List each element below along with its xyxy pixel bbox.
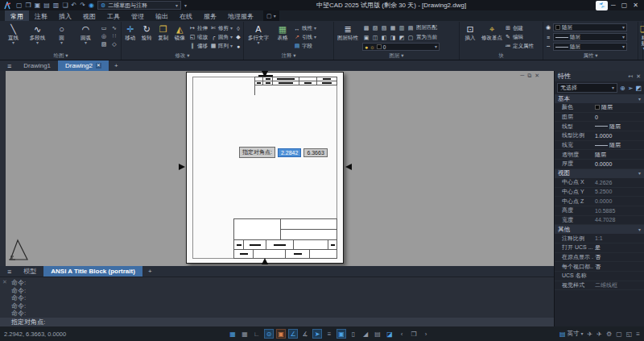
tab-manage[interactable]: 管理: [126, 10, 150, 21]
grid-toggle[interactable]: ▦: [240, 329, 250, 339]
pager-panel-icon[interactable]: ❒: [409, 329, 419, 339]
transparency-toggle[interactable]: ▣: [336, 329, 346, 339]
layer-match-button[interactable]: 图层匹配: [416, 23, 437, 31]
close-tab-icon[interactable]: ✕: [96, 63, 101, 69]
layer-tool-icon[interactable]: ▦: [389, 24, 397, 31]
tab-home[interactable]: 常用: [5, 10, 29, 21]
save-icon[interactable]: ▣: [35, 2, 41, 10]
tab-annotate[interactable]: 注释: [29, 10, 53, 21]
prop-row-layer[interactable]: 图层0: [555, 113, 644, 123]
fullscreen-icon[interactable]: ◱: [626, 331, 633, 338]
select-objects-icon[interactable]: ➢: [628, 85, 634, 92]
undo-icon[interactable]: ↶: [72, 2, 77, 10]
edit-basepoint-button[interactable]: ⌖修改基点: [481, 23, 502, 40]
snap-toggle[interactable]: ▦: [228, 329, 237, 339]
autohide-pin-icon[interactable]: ↤: [628, 73, 633, 80]
trim-button[interactable]: ✄修剪▾: [210, 24, 233, 32]
pager-right-icon[interactable]: ›: [421, 329, 431, 339]
paste-button[interactable]: ❏粘贴▾: [640, 23, 644, 51]
move-button[interactable]: ✛移动: [123, 23, 138, 40]
prop-row-linetype[interactable]: 线型随层: [555, 122, 644, 131]
prop-row-center-y[interactable]: 中心点 Y5.2500: [555, 188, 644, 198]
prop-row-height[interactable]: 高度10.5885: [555, 206, 644, 216]
layer-tool-icon[interactable]: ◨: [389, 34, 397, 41]
spline-icon[interactable]: ∿: [109, 24, 119, 31]
osnap-extended-toggle[interactable]: ∠: [288, 329, 298, 339]
make-current-button[interactable]: 置为当前: [416, 33, 437, 41]
doc-minimize-button[interactable]: ─: [520, 73, 527, 78]
ortho-toggle[interactable]: ∟: [252, 329, 262, 339]
doc-close-button[interactable]: ✕: [535, 73, 543, 78]
rectangle-icon[interactable]: ▭: [99, 24, 109, 31]
tab-view[interactable]: 视图: [77, 10, 101, 21]
panel-label-annotate[interactable]: 注释 ▾: [246, 52, 332, 60]
prop-row-ucs-name[interactable]: UCS 名称: [555, 272, 644, 281]
prop-row-visual-style[interactable]: 视觉样式二维线框: [555, 281, 644, 291]
dynamic-input-toggle[interactable]: ➤: [312, 329, 322, 339]
layer-dropdown[interactable]: ● ☼ 0 ▾: [362, 43, 440, 51]
doc-tab-drawing1[interactable]: Drawing1: [16, 60, 58, 71]
new-drawing-button[interactable]: +: [109, 60, 124, 71]
tab-services[interactable]: 服务: [198, 10, 222, 21]
point-icon[interactable]: ∷: [109, 32, 119, 40]
polyline-button[interactable]: ∿多段线▾: [27, 23, 48, 45]
prop-row-annoscale[interactable]: 注释比例1:1: [555, 234, 644, 243]
panel-label-layer[interactable]: 图层 ▾: [336, 52, 457, 60]
minimize-button[interactable]: ─: [611, 2, 616, 9]
layer-tool-icon[interactable]: ▢: [407, 34, 415, 41]
doc-tab-menu-icon[interactable]: ≡: [2, 60, 16, 71]
lineweight-dropdown[interactable]: 随层▾: [553, 33, 627, 41]
table-button[interactable]: ▦表格: [274, 23, 291, 40]
layout-tab-model[interactable]: 模型: [16, 266, 43, 277]
tab-geo[interactable]: 地理服务: [222, 10, 259, 21]
layer-tool-icon[interactable]: ▩: [362, 24, 370, 31]
rotate-button[interactable]: ↻旋转: [140, 23, 155, 40]
layer-tool-icon[interactable]: ▨: [371, 24, 379, 31]
circle-button[interactable]: ○圆▾: [51, 23, 72, 45]
close-button[interactable]: ✕: [633, 2, 638, 9]
new-layout-button[interactable]: +: [142, 266, 158, 277]
hatch-icon[interactable]: ▨: [99, 40, 109, 48]
customize-statusbar-icon[interactable]: ≡: [636, 331, 640, 338]
arc-button[interactable]: ◠圆弧▾: [75, 23, 97, 45]
layer-tool-icon[interactable]: ▧: [380, 24, 388, 31]
tab-tools[interactable]: 工具: [101, 10, 126, 21]
offset-button[interactable]: ∥偏移: [189, 42, 208, 50]
new-icon[interactable]: ▢: [16, 2, 23, 10]
tab-output[interactable]: 输出: [150, 10, 174, 21]
open-icon[interactable]: ❒: [26, 2, 31, 10]
array-button[interactable]: ▦阵列▾: [210, 42, 233, 50]
mirror-button[interactable]: ◭镜像: [173, 23, 188, 40]
section-view[interactable]: 视图▾: [555, 169, 644, 178]
linetype-dropdown[interactable]: 随层▾: [553, 43, 627, 51]
scale-button[interactable]: ◱缩放: [189, 33, 208, 41]
mtext-button[interactable]: A多行文字▾: [246, 23, 271, 45]
otrack-toggle[interactable]: ∡: [300, 329, 310, 339]
dynamic-input-x[interactable]: 2.2842: [278, 148, 301, 157]
pager-left-icon[interactable]: ‹: [397, 329, 407, 339]
workspace-switcher[interactable]: ⚙ 二维草图与注释 ▾: [97, 1, 181, 10]
edit-block-button[interactable]: ✎编辑: [505, 33, 534, 41]
prop-row-width[interactable]: 宽度44.7028: [555, 216, 644, 226]
selection-cycling-toggle[interactable]: ▯: [349, 329, 358, 339]
dynamic-ucs-toggle[interactable]: ◢: [361, 329, 370, 339]
clean-screen-icon[interactable]: ▢: [616, 331, 622, 338]
ellipse-icon[interactable]: ◎: [99, 32, 109, 40]
doc-restore-button[interactable]: ⧉: [527, 73, 535, 78]
prop-row-color[interactable]: 颜色随层: [555, 103, 644, 113]
layout-tab-ansi-a[interactable]: ANSI A Title Block (portrait): [43, 266, 142, 277]
selection-filter-dropdown[interactable]: 无选择 ▾: [557, 83, 617, 93]
prop-row-ucs-per-viewport[interactable]: 每个视口都...否: [555, 262, 644, 272]
explode-icon[interactable]: ◊: [235, 24, 242, 32]
copy-button[interactable]: ❐复制: [156, 23, 171, 40]
layer-tool-icon[interactable]: ◩: [398, 34, 406, 41]
linear-dim-button[interactable]: ↔线性▾: [294, 24, 316, 32]
quick-select-icon[interactable]: ◩: [635, 85, 642, 92]
workspace-toggle[interactable]: ◪: [385, 329, 394, 339]
maximize-button[interactable]: ▢: [621, 2, 628, 9]
pickadd-toggle-icon[interactable]: ⊕: [620, 85, 625, 92]
panel-label-draw[interactable]: 绘图 ▾: [2, 52, 119, 60]
join-icon[interactable]: ●: [235, 42, 242, 50]
stretch-button[interactable]: ↦拉伸: [189, 24, 208, 32]
panel-label-properties[interactable]: 属性 ▾: [545, 52, 636, 60]
